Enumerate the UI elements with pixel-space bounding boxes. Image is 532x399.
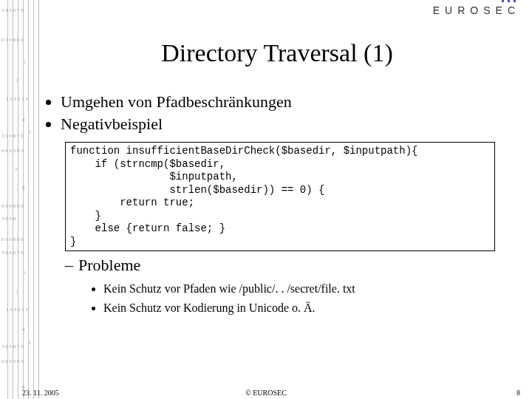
sub2-bullet-list: Kein Schutz vor Pfaden wie /public/. . /…: [78, 279, 510, 317]
bullet-list: Umgehen von Pfadbeschränkungen Negativbe…: [44, 91, 510, 134]
slide-title: Directory Traversal (1): [44, 39, 510, 67]
footer-page-number: 8: [516, 389, 520, 397]
sub-bullet-item: Probleme Kein Schutz vor Pfaden wie /pub…: [65, 256, 510, 317]
sub2-bullet-item: Kein Schutz vor Pfaden wie /public/. . /…: [103, 279, 510, 299]
brand-logo: EUROSEC: [433, 4, 520, 16]
brand-accent-icon: [502, 0, 516, 2]
sub2-bullet-item: Kein Schutz vor Kodierung in Unicode o. …: [103, 299, 510, 318]
footer-copyright: © EUROSEC: [0, 389, 532, 397]
bullet-item: Umgehen von Pfadbeschränkungen: [61, 91, 510, 113]
bullet-item: Negativbeispiel: [61, 113, 510, 135]
slide-content: Directory Traversal (1) Umgehen von Pfad…: [37, 22, 517, 383]
code-example: function insufficientBaseDirCheck($based…: [65, 142, 495, 251]
sub-bullet-label: Probleme: [78, 256, 140, 274]
sub-bullet-list: Probleme Kein Schutz vor Pfaden wie /pub…: [65, 256, 510, 317]
